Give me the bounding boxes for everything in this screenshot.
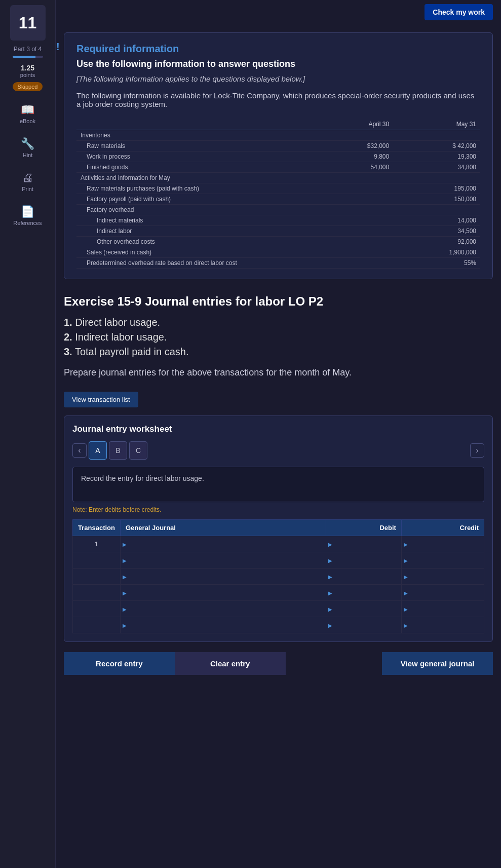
table-row: ▶▶▶ [73,585,484,601]
action-buttons: Record entry Clear entry View general jo… [64,652,493,675]
col-transaction: Transaction [73,520,121,536]
table-row: Factory payroll (paid with cash) [76,194,319,205]
table-row: Activities and information for May [76,173,319,183]
exercise-title: Exercise 15-9 Journal entries for labor … [64,294,493,309]
table-row: ▶▶▶ [73,569,484,585]
sidebar-item-print[interactable]: 🖨 Print [18,167,37,196]
table-row: Sales (received in cash) [76,247,319,258]
table-row: Raw materials [76,141,319,152]
table-row: Finished goods [76,162,319,173]
journal-table: Transaction General Journal Debit Credit… [72,519,484,633]
required-info-title: Required information [76,43,480,55]
references-label: References [13,220,42,226]
sidebar: 11 Part 3 of 4 1.25 points Skipped 📖 eBo… [0,0,56,868]
print-icon: 🖨 [22,171,33,184]
sidebar-item-references[interactable]: 📄 References [9,201,46,230]
col-general-journal: General Journal [120,520,326,536]
tab-prev-button[interactable]: ‹ [72,443,87,458]
worksheet-title: Journal entry worksheet [72,424,484,434]
table-row: ▶▶▶ [73,601,484,617]
col-may: May 31 [393,119,480,130]
question-number: 11 [10,5,46,41]
tab-a[interactable]: A [89,441,107,460]
list-item: 3. Total payroll paid in cash. [64,346,493,358]
references-icon: 📄 [21,205,34,218]
hint-icon: 🔧 [21,137,34,150]
table-row: Other overhead costs [76,237,319,247]
top-bar: Check my work [56,0,501,24]
alert-icon: ! [56,41,60,53]
exercise-instructions: Prepare journal entries for the above tr… [64,366,493,380]
col-credit: Credit [401,520,484,536]
points-value: 1.25 [21,64,34,72]
info-box-italic: [The following information applies to th… [76,74,480,83]
table-row: Raw materials purchases (paid with cash) [76,183,319,194]
hint-label: Hint [23,152,33,158]
tab-c[interactable]: C [129,441,147,460]
list-item: 1. Direct labor usage. [64,317,493,328]
table-row: Predetermined overhead rate based on dir… [76,258,319,269]
skipped-badge: Skipped [13,82,43,91]
table-row: Factory overhead [76,205,319,215]
col-debit: Debit [326,520,401,536]
view-transaction-button[interactable]: View transaction list [64,392,138,407]
table-row: 1▶▶▶ [73,536,484,552]
tab-b[interactable]: B [109,441,127,460]
clear-entry-button[interactable]: Clear entry [175,652,286,675]
tab-nav: ‹ A B C › [72,441,484,460]
part-progress-bar [13,56,43,58]
info-box-description: The following information is available f… [76,91,480,108]
record-entry-button[interactable]: Record entry [64,652,175,675]
ebook-label: eBook [20,118,35,124]
sidebar-item-hint[interactable]: 🔧 Hint [17,133,38,162]
list-item: 2. Indirect labor usage. [64,331,493,343]
table-row: Inventories [76,130,319,141]
main-content: ! Required information Use the following… [56,0,501,695]
table-row: ▶▶▶ [73,552,484,569]
info-box: ! Required information Use the following… [64,32,493,279]
table-row: Indirect materials [76,215,319,226]
sidebar-item-ebook[interactable]: 📖 eBook [16,99,40,128]
tab-next-button[interactable]: › [470,443,484,458]
col-april: April 30 [319,119,393,130]
part-label: Part 3 of 4 [14,46,42,53]
entry-description: Record the entry for direct labor usage. [72,467,484,502]
table-row: Indirect labor [76,226,319,237]
exercise-list: 1. Direct labor usage.2. Indirect labor … [64,317,493,358]
table-row: Work in process [76,152,319,162]
info-table: April 30 May 31 InventoriesRaw materials… [76,119,480,269]
check-my-work-button[interactable]: Check my work [425,4,493,20]
ebook-icon: 📖 [21,103,34,117]
note-text: Note: Enter debits before credits. [72,506,484,513]
table-row: ▶▶▶ [73,617,484,633]
worksheet-container: Journal entry worksheet ‹ A B C › Record… [64,416,493,642]
info-box-heading: Use the following information to answer … [76,59,480,69]
view-general-journal-button[interactable]: View general journal [382,652,493,675]
print-label: Print [22,186,33,192]
points-label: points [20,72,35,78]
